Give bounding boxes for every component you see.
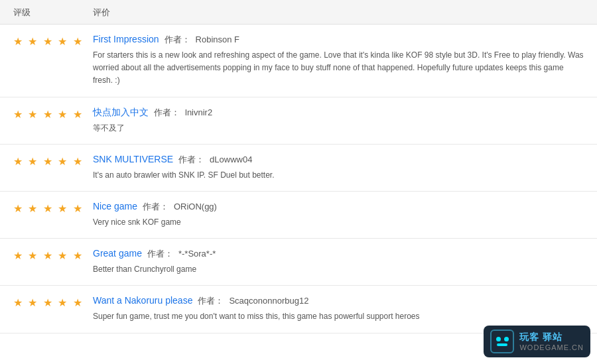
- review-title-line: First Impression 作者：Robinson F: [93, 34, 584, 46]
- star-rating: ★ ★ ★ ★ ★: [13, 109, 84, 120]
- review-author: Scaqcononnorbug12: [229, 296, 308, 306]
- watermark-brand: 玩客 驿站: [519, 332, 584, 343]
- star-rating: ★ ★ ★ ★ ★: [13, 156, 84, 167]
- review-body: It's an auto brawler with SNK IP. SF Due…: [93, 169, 584, 182]
- star-rating: ★ ★ ★ ★ ★: [13, 250, 84, 261]
- watermark-robot-icon: [490, 330, 514, 353]
- robot-eye-left: [496, 337, 501, 341]
- stars-cell: ★ ★ ★ ★ ★: [0, 201, 93, 215]
- review-column-header: 评价: [93, 7, 597, 19]
- star-rating: ★ ★ ★ ★ ★: [13, 203, 84, 214]
- review-body: Very nice snk KOF game: [93, 216, 584, 229]
- review-cell: SNK MULTIVERSE 作者：dLowww04It's an auto b…: [93, 154, 597, 182]
- review-author-label: 作者：: [154, 107, 180, 119]
- review-body: Super fun game, trust me you don't want …: [93, 310, 584, 323]
- review-title-line: 快点加入中文 作者：lnivnir2: [93, 107, 584, 119]
- watermark-text: 玩客 驿站 WODEGAME.CN: [519, 332, 584, 351]
- review-author: Robinson F: [196, 34, 239, 44]
- review-body: For starters this is a new look and refr…: [93, 49, 584, 88]
- star-rating: ★ ★ ★ ★ ★: [13, 36, 84, 47]
- robot-eye-right: [504, 337, 509, 341]
- review-cell: Want a Nakoruru please 作者：Scaqcononnorbu…: [93, 295, 597, 323]
- review-title[interactable]: SNK MULTIVERSE: [93, 154, 173, 164]
- review-author-label: 作者：: [198, 295, 224, 307]
- table-row: ★ ★ ★ ★ ★Nice game 作者：ORiON(gg)Very nice…: [0, 192, 597, 239]
- review-author: dLowww04: [210, 154, 252, 164]
- table-row: ★ ★ ★ ★ ★First Impression 作者：Robinson FF…: [0, 25, 597, 97]
- robot-eyes: [496, 337, 509, 341]
- table-row: ★ ★ ★ ★ ★Great game 作者：*-*Sora*-*Better …: [0, 239, 597, 286]
- star-rating: ★ ★ ★ ★ ★: [13, 297, 84, 308]
- stars-cell: ★ ★ ★ ★ ★: [0, 107, 93, 121]
- table-header: 评级 评价: [0, 0, 597, 25]
- review-body: 等不及了: [93, 122, 584, 135]
- review-title-line: SNK MULTIVERSE 作者：dLowww04: [93, 154, 584, 166]
- watermark-url: WODEGAME.CN: [519, 343, 584, 351]
- stars-cell: ★ ★ ★ ★ ★: [0, 154, 93, 168]
- review-title[interactable]: 快点加入中文: [93, 107, 149, 119]
- review-author: *-*Sora*-*: [178, 249, 216, 259]
- review-author-label: 作者：: [143, 201, 168, 213]
- review-cell: First Impression 作者：Robinson FFor starte…: [93, 34, 597, 88]
- review-title[interactable]: Want a Nakoruru please: [93, 295, 192, 306]
- robot-mouth: [497, 343, 507, 346]
- review-title[interactable]: First Impression: [93, 34, 159, 44]
- table-row: ★ ★ ★ ★ ★SNK MULTIVERSE 作者：dLowww04It's …: [0, 145, 597, 192]
- stars-cell: ★ ★ ★ ★ ★: [0, 34, 93, 48]
- review-author-label: 作者：: [165, 34, 190, 46]
- review-author-label: 作者：: [178, 154, 204, 166]
- rating-column-header: 评级: [0, 7, 93, 19]
- review-author: lnivnir2: [185, 107, 212, 117]
- watermark: 玩客 驿站 WODEGAME.CN: [484, 326, 590, 357]
- stars-cell: ★ ★ ★ ★ ★: [0, 295, 93, 309]
- review-title-line: Great game 作者：*-*Sora*-*: [93, 248, 584, 260]
- review-author: ORiON(gg): [174, 202, 217, 212]
- review-title-line: Want a Nakoruru please 作者：Scaqcononnorbu…: [93, 295, 584, 307]
- review-cell: 快点加入中文 作者：lnivnir2等不及了: [93, 107, 597, 135]
- table-row: ★ ★ ★ ★ ★快点加入中文 作者：lnivnir2等不及了: [0, 97, 597, 145]
- reviews-list: ★ ★ ★ ★ ★First Impression 作者：Robinson FF…: [0, 25, 597, 334]
- review-cell: Nice game 作者：ORiON(gg)Very nice snk KOF …: [93, 201, 597, 229]
- review-body: Better than Crunchyroll game: [93, 263, 584, 276]
- stars-cell: ★ ★ ★ ★ ★: [0, 248, 93, 262]
- review-title[interactable]: Great game: [93, 248, 142, 259]
- review-author-label: 作者：: [147, 248, 173, 260]
- review-title-line: Nice game 作者：ORiON(gg): [93, 201, 584, 213]
- review-title[interactable]: Nice game: [93, 201, 137, 212]
- review-cell: Great game 作者：*-*Sora*-*Better than Crun…: [93, 248, 597, 276]
